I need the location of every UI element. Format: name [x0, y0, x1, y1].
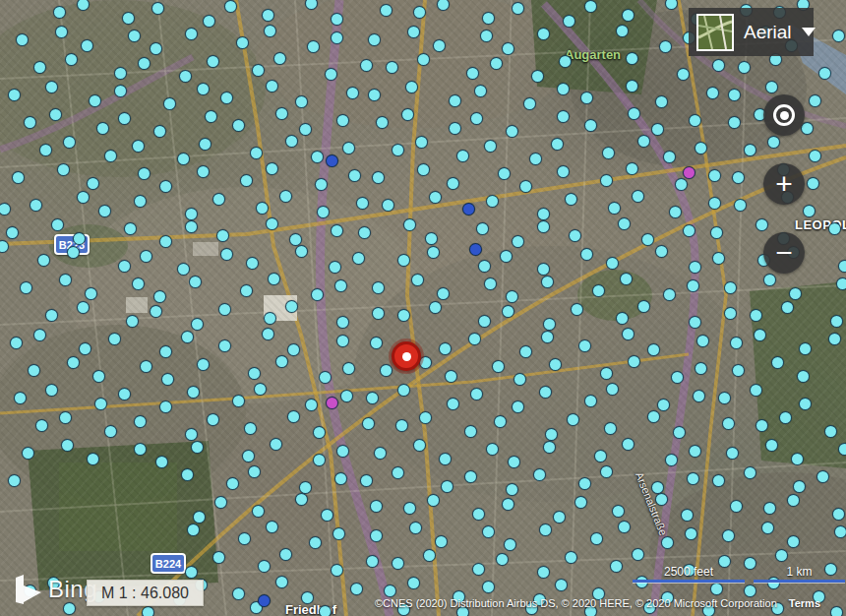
poi-marker[interactable]	[212, 551, 225, 564]
poi-marker[interactable]	[189, 276, 202, 288]
poi-marker[interactable]	[22, 447, 34, 460]
poi-marker[interactable]	[673, 426, 686, 439]
poi-marker[interactable]	[37, 254, 50, 267]
poi-marker[interactable]	[592, 284, 605, 297]
poi-marker[interactable]	[266, 217, 278, 230]
poi-marker[interactable]	[8, 474, 21, 487]
poi-marker[interactable]	[28, 364, 40, 377]
poi-marker[interactable]	[134, 443, 147, 456]
poi-marker[interactable]	[372, 281, 385, 294]
poi-marker[interactable]	[618, 521, 631, 533]
poi-marker[interactable]	[683, 224, 695, 237]
poi-marker[interactable]	[45, 384, 58, 397]
poi-marker[interactable]	[325, 68, 337, 81]
poi-marker[interactable]	[578, 477, 591, 490]
poi-marker[interactable]	[427, 246, 440, 259]
poi-marker[interactable]	[240, 284, 253, 297]
poi-marker[interactable]	[39, 144, 52, 156]
poi-marker[interactable]	[285, 300, 298, 313]
poi-marker[interactable]	[336, 316, 349, 329]
poi-marker[interactable]	[744, 585, 756, 597]
poi-marker[interactable]	[232, 395, 245, 407]
poi-marker[interactable]	[315, 178, 328, 191]
poi-marker[interactable]	[270, 438, 282, 451]
poi-marker[interactable]	[529, 153, 542, 165]
poi-marker[interactable]	[838, 443, 846, 456]
poi-marker[interactable]	[159, 180, 172, 193]
poi-marker[interactable]	[331, 31, 343, 44]
poi-marker[interactable]	[620, 273, 633, 285]
poi-marker[interactable]	[419, 411, 432, 424]
poi-marker[interactable]	[395, 419, 408, 432]
poi-marker[interactable]	[830, 315, 843, 328]
poi-marker[interactable]	[295, 245, 308, 258]
poi-marker[interactable]	[661, 536, 674, 549]
poi-marker[interactable]	[250, 147, 263, 159]
poi-marker[interactable]	[710, 583, 723, 595]
poi-marker[interactable]	[744, 466, 756, 479]
poi-marker[interactable]	[307, 40, 320, 53]
poi-marker[interactable]	[781, 301, 794, 314]
poi-marker-magenta[interactable]	[683, 166, 695, 179]
poi-marker[interactable]	[687, 472, 699, 485]
poi-marker[interactable]	[368, 33, 381, 46]
poi-marker[interactable]	[77, 301, 90, 314]
poi-marker[interactable]	[317, 206, 330, 218]
poi-marker[interactable]	[567, 413, 579, 426]
poi-marker[interactable]	[425, 232, 438, 245]
poi-marker[interactable]	[177, 153, 190, 165]
poi-marker[interactable]	[403, 502, 416, 515]
poi-marker[interactable]	[449, 94, 461, 107]
poi-marker[interactable]	[537, 208, 550, 220]
poi-marker[interactable]	[336, 335, 349, 347]
poi-marker[interactable]	[63, 136, 76, 149]
poi-marker[interactable]	[486, 195, 499, 208]
poi-marker[interactable]	[712, 252, 725, 265]
poi-marker[interactable]	[177, 263, 190, 276]
poi-marker[interactable]	[439, 453, 452, 465]
poi-marker[interactable]	[496, 553, 509, 566]
poi-marker[interactable]	[665, 0, 678, 10]
poi-marker[interactable]	[600, 367, 613, 380]
poi-marker[interactable]	[397, 384, 410, 397]
poi-marker[interactable]	[557, 165, 570, 178]
poi-marker[interactable]	[319, 605, 332, 616]
poi-marker[interactable]	[59, 411, 72, 424]
poi-marker[interactable]	[490, 57, 503, 70]
zoom-out-button[interactable]: −	[763, 232, 805, 274]
poi-marker[interactable]	[342, 142, 355, 154]
poi-marker[interactable]	[295, 493, 308, 506]
poi-marker[interactable]	[331, 13, 343, 26]
poi-marker[interactable]	[761, 522, 774, 534]
poi-marker[interactable]	[447, 398, 459, 410]
poi-marker[interactable]	[732, 364, 745, 377]
poi-marker[interactable]	[309, 536, 322, 549]
poi-marker[interactable]	[468, 333, 481, 345]
poi-marker[interactable]	[285, 135, 298, 148]
poi-marker[interactable]	[708, 169, 721, 182]
poi-marker[interactable]	[793, 480, 806, 493]
poi-marker[interactable]	[199, 138, 212, 151]
poi-marker[interactable]	[565, 551, 577, 564]
poi-marker[interactable]	[608, 202, 621, 215]
poi-marker[interactable]	[553, 511, 566, 524]
poi-marker[interactable]	[216, 229, 229, 242]
poi-marker[interactable]	[366, 555, 379, 568]
poi-marker[interactable]	[85, 287, 97, 300]
poi-marker[interactable]	[616, 312, 629, 325]
poi-marker[interactable]	[724, 307, 737, 320]
poi-marker[interactable]	[687, 279, 699, 292]
poi-marker[interactable]	[734, 199, 747, 212]
poi-marker[interactable]	[403, 218, 416, 231]
poi-marker[interactable]	[685, 527, 697, 540]
poi-marker[interactable]	[765, 81, 778, 93]
poi-marker[interactable]	[655, 493, 668, 506]
poi-marker[interactable]	[0, 203, 11, 216]
poi-marker[interactable]	[832, 30, 845, 42]
poi-marker[interactable]	[262, 9, 274, 22]
poi-marker[interactable]	[610, 560, 623, 573]
poi-marker[interactable]	[504, 538, 516, 551]
poi-marker[interactable]	[626, 80, 638, 92]
poi-marker[interactable]	[16, 33, 29, 46]
poi-marker[interactable]	[153, 290, 166, 303]
